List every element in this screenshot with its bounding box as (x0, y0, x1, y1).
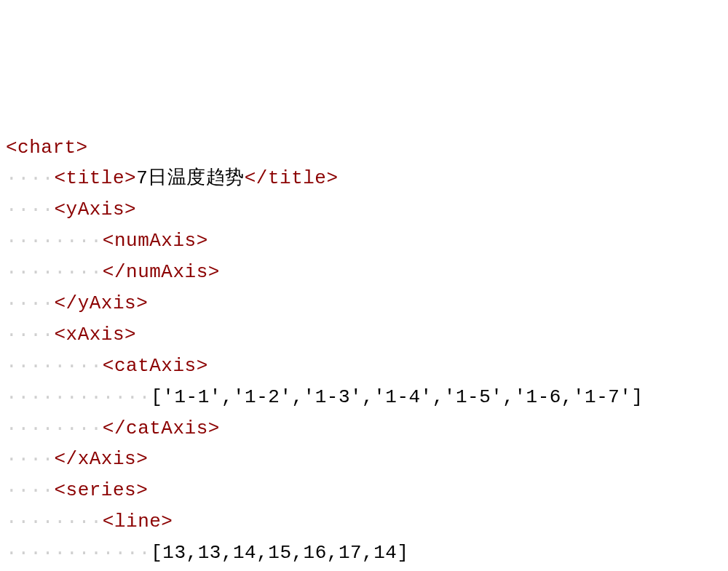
indent-marker: ···· (6, 199, 54, 220)
indent-marker: ···· (54, 386, 102, 408)
xml-tag: </numAxis> (103, 261, 220, 283)
indent-marker: ···· (6, 230, 54, 252)
xml-tag: <line> (103, 511, 173, 532)
indent-marker: ···· (54, 355, 102, 377)
xml-tag: <series> (54, 479, 148, 501)
text-content: 7日温度趋势 (136, 167, 245, 189)
code-line: ········</catAxis> (6, 413, 722, 444)
xml-tag: <catAxis> (103, 355, 208, 377)
xml-tag: <xAxis> (54, 324, 136, 346)
indent-marker: ···· (54, 261, 102, 283)
indent-marker: ···· (6, 418, 54, 439)
indent-marker: ···· (6, 261, 54, 283)
indent-marker: ···· (54, 542, 102, 564)
code-line: ············['1-1','1-2','1-3','1-4','1-… (6, 382, 722, 413)
xml-tag: <yAxis> (54, 199, 136, 220)
code-line: ········<line> (6, 506, 722, 538)
xml-tag: <numAxis> (103, 230, 208, 252)
indent-marker: ···· (6, 386, 54, 408)
indent-marker: ···· (54, 418, 102, 439)
indent-marker: ···· (6, 292, 54, 314)
code-line: ········<catAxis> (6, 351, 722, 382)
indent-marker: ···· (54, 511, 102, 532)
code-line: <chart> (6, 132, 722, 164)
indent-marker: ···· (103, 386, 151, 408)
text-content: ['1-1','1-2','1-3','1-4','1-5','1-6,'1-7… (151, 386, 643, 408)
indent-marker: ···· (6, 324, 54, 346)
code-line: ····</xAxis> (6, 444, 722, 475)
indent-marker: ···· (6, 511, 54, 532)
code-line: ········</numAxis> (6, 257, 722, 288)
code-line: ····</yAxis> (6, 288, 722, 319)
code-line: ····<title>7日温度趋势</title> (6, 163, 722, 194)
code-line: ············[13,13,14,15,16,17,14] (6, 538, 722, 569)
code-line: ····<xAxis> (6, 319, 722, 351)
indent-marker: ···· (6, 167, 54, 189)
xml-tag: <title> (54, 167, 136, 189)
indent-marker: ···· (6, 479, 54, 501)
text-content: [13,13,14,15,16,17,14] (151, 542, 408, 564)
code-line: ········<numAxis> (6, 225, 722, 257)
xml-tag: <chart> (6, 137, 88, 159)
code-line: ····<yAxis> (6, 194, 722, 225)
xml-tag: </catAxis> (103, 418, 220, 439)
indent-marker: ···· (54, 230, 102, 252)
xml-tag: </title> (245, 167, 339, 189)
indent-marker: ···· (6, 542, 54, 564)
indent-marker: ···· (6, 448, 54, 470)
code-line: ····<series> (6, 475, 722, 506)
code-block: <chart>····<title>7日温度趋势</title>····<yAx… (6, 132, 722, 571)
xml-tag: </yAxis> (54, 292, 148, 314)
xml-tag: </xAxis> (54, 448, 148, 470)
indent-marker: ···· (103, 542, 151, 564)
indent-marker: ···· (6, 355, 54, 377)
